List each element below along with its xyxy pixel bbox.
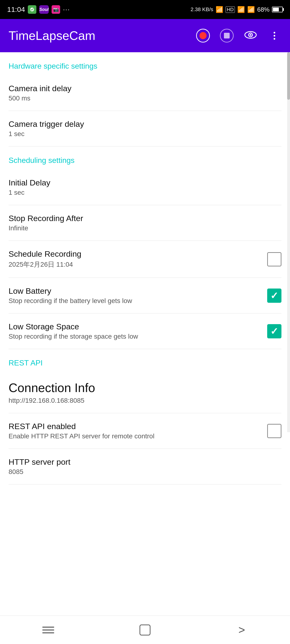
app-icon-3: 📷 [52,5,60,14]
setting-low-storage[interactable]: Low Storage Space Stop recording if the … [9,314,281,349]
header-icons [196,28,281,43]
app-title: TimeLapseCam [9,28,196,43]
stop-button[interactable] [220,28,234,43]
more-button[interactable] [267,28,281,43]
stop-recording-after-value: Infinite [9,224,281,232]
network-speed: 2.38 KB/s [191,6,213,12]
status-bar-left: 11:04 Soul 📷 ··· [7,5,70,14]
setting-http-server-port-text: HTTP server port 8085 [9,457,281,476]
navigation-bar: < [0,616,290,644]
back-arrow-icon: < [238,624,245,636]
setting-camera-trigger-delay-text: Camera trigger delay 1 sec [9,120,281,138]
more-dots-icon [273,32,275,40]
section-scheduling-header: Scheduling settings [9,146,281,170]
schedule-recording-value: 2025年2月26日 11:04 [9,260,267,269]
low-storage-checkbox[interactable]: ✓ [267,324,281,338]
stop-square [224,33,230,38]
setting-stop-recording-after-text: Stop Recording After Infinite [9,214,281,232]
scrollbar-thumb[interactable] [287,52,290,100]
schedule-recording-title: Schedule Recording [9,249,267,258]
rest-api-enabled-checkbox[interactable] [267,424,281,438]
home-square-icon [140,624,150,636]
setting-schedule-recording[interactable]: Schedule Recording 2025年2月26日 11:04 [9,241,281,278]
initial-delay-value: 1 sec [9,189,281,196]
schedule-recording-checkbox[interactable] [267,252,281,266]
app-header: TimeLapseCam [0,19,290,52]
signal-icon-2: 📶 [237,6,245,13]
battery-icon [272,7,283,12]
setting-stop-recording-after[interactable]: Stop Recording After Infinite [9,205,281,241]
hamburger-icon [42,627,54,633]
setting-low-battery[interactable]: Low Battery Stop recording if the batter… [9,278,281,314]
camera-init-delay-value: 500 ms [9,94,281,102]
signal-icon: 📶 [216,6,223,13]
setting-initial-delay-text: Initial Delay 1 sec [9,178,281,196]
setting-connection-info-text: Connection Info http://192.168.0.168:808… [9,381,281,404]
setting-rest-api-enabled[interactable]: REST API enabled Enable HTTP REST API se… [9,413,281,449]
http-server-port-value: 8085 [9,468,281,476]
setting-camera-init-delay[interactable]: Camera init delay 500 ms [9,75,281,111]
stop-recording-after-title: Stop Recording After [9,214,281,223]
low-battery-value: Stop recording if the battery level gets… [9,297,267,305]
setting-http-server-port[interactable]: HTTP server port 8085 [9,449,281,484]
wifi-icon: 📶 [247,6,255,13]
camera-trigger-delay-title: Camera trigger delay [9,120,281,129]
rest-api-enabled-value: Enable HTTP REST API server for remote c… [9,432,267,440]
more-indicator: ··· [63,6,70,13]
section-rest-api-header: REST API [9,349,281,372]
settings-content: Hardware specific settings Camera init d… [0,52,290,484]
camera-init-delay-title: Camera init delay [9,84,281,93]
nav-back-button[interactable]: < [227,620,256,640]
preview-button[interactable] [243,28,258,43]
connection-info-title: Connection Info [9,381,281,395]
low-battery-checkbox[interactable]: ✓ [267,288,281,303]
low-storage-title: Low Storage Space [9,322,267,331]
checkmark-icon: ✓ [270,291,278,300]
setting-camera-init-delay-text: Camera init delay 500 ms [9,84,281,102]
setting-low-storage-text: Low Storage Space Stop recording if the … [9,322,267,340]
section-hardware-header: Hardware specific settings [9,52,281,75]
low-storage-value: Stop recording if the storage space gets… [9,333,267,340]
rest-api-enabled-title: REST API enabled [9,422,267,431]
status-bar-right: 2.38 KB/s 📶 HD 📶 📶 68% [191,6,283,13]
svg-point-3 [250,34,251,36]
setting-low-battery-text: Low Battery Stop recording if the batter… [9,286,267,305]
setting-rest-api-enabled-text: REST API enabled Enable HTTP REST API se… [9,422,267,440]
eye-icon [244,30,257,41]
setting-initial-delay[interactable]: Initial Delay 1 sec [9,170,281,205]
status-time: 11:04 [7,6,25,14]
hd-badge: HD [226,6,235,13]
low-battery-title: Low Battery [9,286,267,296]
record-circle [196,29,210,42]
setting-camera-trigger-delay[interactable]: Camera trigger delay 1 sec [9,111,281,146]
nav-home-button[interactable] [131,620,159,640]
battery-percentage: 68% [257,6,269,13]
connection-info-url: http://192.168.0.168:8085 [9,397,281,404]
scrollbar-track[interactable] [287,52,290,432]
nav-menu-button[interactable] [34,620,63,640]
initial-delay-title: Initial Delay [9,178,281,187]
record-dot [199,32,207,39]
soul-app-icon: Soul [39,5,49,14]
setting-schedule-recording-text: Schedule Recording 2025年2月26日 11:04 [9,249,267,269]
stop-circle [220,29,234,42]
checkmark-icon-2: ✓ [270,326,278,336]
record-button[interactable] [196,28,210,43]
status-bar: 11:04 Soul 📷 ··· 2.38 KB/s 📶 HD 📶 📶 68% [0,0,290,19]
app-icon-1 [28,5,36,14]
http-server-port-title: HTTP server port [9,457,281,466]
setting-connection-info[interactable]: Connection Info http://192.168.0.168:808… [9,372,281,413]
camera-trigger-delay-value: 1 sec [9,130,281,138]
